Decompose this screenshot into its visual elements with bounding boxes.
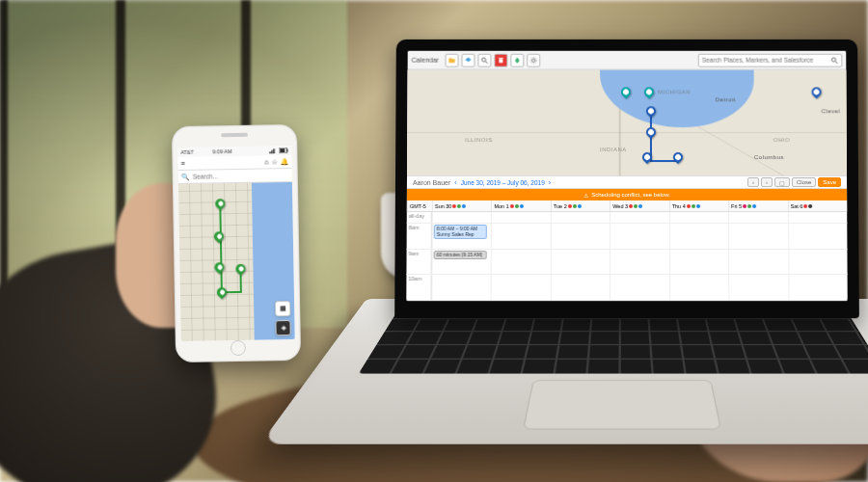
- star-icon[interactable]: ☆: [271, 158, 277, 166]
- calendar-event[interactable]: 8:00 AM – 9:00 AM Sunny Sales Rep: [434, 225, 488, 239]
- carrier-label: AT&T: [180, 149, 194, 155]
- day-cell[interactable]: [788, 250, 848, 275]
- cal-next-button[interactable]: ›: [761, 177, 773, 187]
- layers-button[interactable]: [462, 53, 475, 67]
- locate-icon: ◈: [281, 324, 285, 332]
- phone-screen: AT&T 9:09 AM ≡ ⌂ ☆ 🔔 🔍: [177, 146, 294, 341]
- state-label-ohio: OHIO: [773, 137, 790, 143]
- global-search-input[interactable]: [702, 57, 831, 64]
- range-prev[interactable]: ‹: [454, 178, 456, 185]
- day-cell[interactable]: [669, 224, 729, 249]
- day-cell[interactable]: [551, 212, 610, 223]
- day-cell[interactable]: [491, 212, 551, 223]
- day-cell[interactable]: [432, 212, 492, 223]
- day-cell[interactable]: [728, 212, 788, 223]
- marker-button[interactable]: [511, 53, 525, 67]
- search-button[interactable]: [478, 53, 492, 67]
- day-label: Mon 1: [494, 202, 508, 208]
- laptop-trackpad[interactable]: [523, 380, 721, 429]
- smartphone: AT&T 9:09 AM ≡ ⌂ ☆ 🔔 🔍: [172, 124, 301, 362]
- date-range-text[interactable]: June 30, 2019 – July 06, 2019: [461, 178, 545, 185]
- day-cell[interactable]: [788, 212, 848, 223]
- day-cell[interactable]: 8:00 AM – 9:00 AM Sunny Sales Rep: [432, 224, 492, 249]
- svg-rect-5: [499, 57, 503, 58]
- laptop-keyboard-deck: [260, 299, 868, 444]
- day-cell[interactable]: [491, 224, 551, 249]
- phone-map[interactable]: ▦ ◈: [178, 182, 295, 341]
- menu-icon[interactable]: ≡: [180, 160, 184, 167]
- app-title: Calendar: [412, 57, 439, 64]
- day-cell[interactable]: 60 minutes (9:15 AM): [432, 250, 492, 275]
- cal-corner: GMT-5: [407, 201, 432, 211]
- map-panel[interactable]: ILLINOIS INDIANA OHIO MICHIGAN Detroit C…: [407, 70, 847, 175]
- range-next[interactable]: ›: [549, 178, 551, 185]
- calendar-event[interactable]: 60 minutes (9:15 AM): [434, 251, 488, 260]
- day-cell[interactable]: [728, 250, 788, 275]
- day-cell[interactable]: [728, 224, 788, 249]
- svg-rect-11: [271, 150, 273, 154]
- svg-line-9: [835, 61, 837, 63]
- allday-label: all-day: [407, 212, 432, 223]
- save-button[interactable]: Save: [818, 177, 841, 187]
- city-label-cleveland: Clevel: [822, 108, 841, 114]
- day-cell[interactable]: [491, 250, 551, 275]
- day-cell[interactable]: [669, 250, 729, 275]
- allday-row: all-day: [407, 212, 848, 224]
- cal-today-button[interactable]: ▢: [774, 177, 790, 187]
- calendar-icon: ▦: [280, 305, 286, 312]
- day-cell[interactable]: [610, 212, 668, 223]
- svg-point-2: [482, 57, 486, 61]
- city-label-detroit: Detroit: [716, 96, 736, 102]
- svg-rect-12: [273, 148, 275, 153]
- conflict-warning-bar: ⚠ Scheduling conflict, see below.: [407, 189, 847, 201]
- day-cell[interactable]: [610, 275, 669, 300]
- calendar-fab[interactable]: ▦: [275, 301, 290, 316]
- day-cell[interactable]: [610, 250, 669, 275]
- cal-prev-button[interactable]: ‹: [747, 177, 759, 187]
- global-search[interactable]: [698, 53, 843, 67]
- settings-button[interactable]: [528, 53, 541, 67]
- day-cell[interactable]: [491, 275, 551, 300]
- day-cell[interactable]: [728, 275, 788, 300]
- day-header: Thu 4: [669, 201, 728, 211]
- home-icon[interactable]: ⌂: [264, 158, 268, 165]
- day-label: Sun 30: [435, 202, 451, 208]
- svg-point-7: [531, 57, 537, 63]
- day-header: Sat 6: [788, 201, 848, 211]
- signal-icon: [269, 147, 277, 153]
- delete-button[interactable]: [495, 53, 508, 67]
- day-cell[interactable]: [788, 275, 848, 300]
- day-cell[interactable]: [431, 275, 491, 300]
- day-cell[interactable]: [551, 224, 610, 249]
- day-cell[interactable]: [669, 275, 729, 300]
- bell-icon[interactable]: 🔔: [280, 158, 288, 166]
- route-segment: [650, 160, 677, 162]
- day-header: Mon 1: [491, 201, 550, 211]
- svg-rect-10: [269, 151, 271, 153]
- battery-icon: [279, 147, 288, 153]
- locate-fab[interactable]: ◈: [275, 320, 290, 335]
- day-label: Thu 4: [672, 202, 686, 208]
- close-button[interactable]: Close: [792, 177, 816, 187]
- svg-rect-15: [280, 148, 285, 152]
- laptop-screen: Calendar ILLINOIS INDIANA OHIO MIC: [406, 51, 847, 301]
- day-cell[interactable]: [788, 224, 848, 249]
- day-label: Tue 2: [554, 202, 567, 208]
- svg-line-3: [486, 61, 488, 63]
- state-label-illinois: ILLINOIS: [465, 137, 493, 143]
- status-icons: [269, 147, 288, 153]
- day-cell[interactable]: [610, 224, 669, 249]
- folder-button[interactable]: [446, 53, 459, 67]
- warning-text: Scheduling conflict, see below.: [591, 192, 670, 198]
- day-cell[interactable]: [551, 275, 610, 300]
- svg-point-6: [532, 59, 535, 62]
- phone-search-input[interactable]: [193, 172, 289, 180]
- search-icon: [830, 56, 838, 64]
- svg-rect-4: [500, 59, 503, 63]
- day-cell[interactable]: [551, 250, 610, 275]
- time-label: 8am: [407, 224, 432, 249]
- day-cell[interactable]: [669, 212, 729, 223]
- svg-rect-1: [449, 58, 452, 60]
- calendar-header: GMT-5 Sun 30 Mon 1 Tue 2 Wed 3 Thu 4 Fri…: [407, 201, 847, 212]
- day-label: Wed 3: [612, 202, 628, 208]
